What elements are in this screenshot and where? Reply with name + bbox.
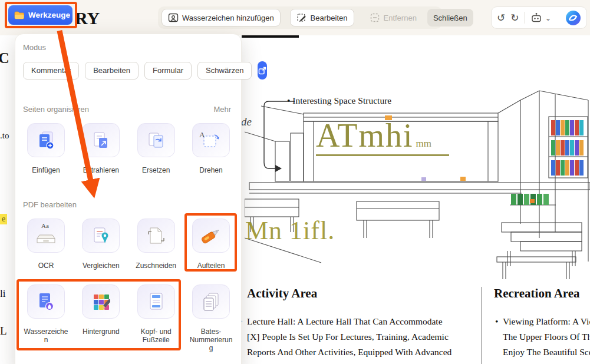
tile-aufteilen[interactable]: Aufteilen <box>184 219 238 270</box>
tile-zuschneiden[interactable]: Zuschneiden <box>129 219 183 270</box>
app-window: • Interesting Space Structure ATmhi mm M… <box>0 0 590 364</box>
remove-icon <box>370 12 380 23</box>
organize-tiles-row: Einfügen Extrahieren Ersetzen A Drehen <box>19 123 238 174</box>
activity-line: Lecture Hall: A Lecture Hall That Can Ac… <box>247 316 443 326</box>
modus-section-label: Modus <box>23 43 46 52</box>
activity-area-column: Activity Area •Lecture Hall: A Lecture H… <box>247 286 482 360</box>
more-link[interactable]: Mehr <box>213 105 231 114</box>
close-label: Schließen <box>433 14 467 22</box>
extract-page-icon <box>92 131 110 150</box>
activity-line: [X] People Is Set Up For Lectures, Train… <box>247 329 482 345</box>
mode-bearbeiten-button[interactable]: Bearbeiten <box>85 62 139 80</box>
history-tools-cluster: ↺ ↻ ⌄ <box>491 6 587 29</box>
tile-kopf-fusszeile[interactable]: Kopf- und Fußzeile <box>129 284 183 352</box>
mode-schwaerzen-button[interactable]: Schwärzen <box>197 62 252 80</box>
watermark-tool-icon <box>37 292 55 311</box>
watermark-text-large: ATmhi mm <box>316 117 449 156</box>
tile-drehen[interactable]: A Drehen <box>184 123 238 174</box>
edit-pencil-icon <box>296 12 307 23</box>
robot-assistant-icon[interactable] <box>530 12 542 24</box>
open-in-window-button[interactable] <box>258 61 267 80</box>
mode-buttons-row: Kommentar Bearbeiten Formular Schwärzen <box>23 61 236 80</box>
bullet-glyph: • <box>287 95 290 105</box>
organize-section-label: Seiten organisieren <box>23 105 89 114</box>
watermark-badge-icon <box>168 12 179 23</box>
activity-line: Reports And Other Activities, Equipped W… <box>247 345 482 360</box>
crop-icon <box>147 226 165 245</box>
handwritten-fragment: de <box>241 115 252 128</box>
bullet-glyph: • <box>495 314 498 329</box>
recreation-area-column: Recreation Area •Viewing Platform: A Vie… <box>503 286 590 360</box>
pdf-edit-tiles-row-2: Wasserzeichen Hintergrund Kopf- und Fußz… <box>19 284 238 352</box>
activity-area-heading: Activity Area <box>247 286 482 301</box>
bates-numbering-icon <box>202 292 220 311</box>
note-connector-line <box>259 93 297 181</box>
text-fragment: L <box>0 325 7 337</box>
tile-hintergrund[interactable]: Hintergrund <box>74 284 128 352</box>
tile-bates-nummerierung[interactable]: Bates-Nummerierung <box>184 284 238 352</box>
tools-dropdown-panel: Modus Kommentar Bearbeiten Formular Schw… <box>15 34 242 364</box>
tile-wasserzeichen[interactable]: Wasserzeichen <box>19 284 73 352</box>
recreation-area-heading: Recreation Area <box>494 286 590 301</box>
mode-formular-button[interactable]: Formular <box>144 62 192 80</box>
annotation-note-text: Interesting Space Structure <box>292 95 391 105</box>
split-knife-icon <box>200 226 222 246</box>
edit-watermark-label: Bearbeiten <box>311 14 348 22</box>
watermark-toolbar: Wasserzeichen hinzufügen Bearbeiten Entf… <box>158 6 442 29</box>
folder-icon <box>14 11 24 19</box>
tools-button[interactable]: Werkzeuge <box>8 5 72 25</box>
annotation-note: • Interesting Space Structure <box>287 95 391 106</box>
pdf-edit-section-label: PDF bearbeiten <box>23 200 77 209</box>
watermark-large-text: ATmhi <box>316 117 414 154</box>
insert-page-icon <box>37 131 55 150</box>
chevron-down-icon[interactable]: ⌄ <box>545 14 552 22</box>
redo-icon[interactable]: ↻ <box>510 13 519 23</box>
external-link-icon <box>258 66 267 75</box>
background-icon <box>92 293 110 311</box>
tools-button-label: Werkzeuge <box>28 11 70 19</box>
add-watermark-label: Wasserzeichen hinzufügen <box>182 14 274 22</box>
compare-icon <box>92 226 110 245</box>
watermark-small-text: mm <box>416 138 431 149</box>
ocr-icon <box>36 227 56 244</box>
tile-ersetzen[interactable]: Ersetzen <box>129 123 183 174</box>
ai-assistant-icon[interactable] <box>565 10 581 26</box>
pdf-edit-tiles-row-1: Aa OCR Vergleichen Zuschneiden Aufteilen <box>19 219 238 270</box>
edit-watermark-button[interactable]: Bearbeiten <box>290 9 354 27</box>
recreation-line: Enjoy The Beautiful Scen <box>503 345 590 360</box>
highlighted-text-fragment: e <box>0 214 7 224</box>
toolbar-divider <box>525 12 525 24</box>
tile-ocr[interactable]: Aa OCR <box>19 219 73 270</box>
recreation-line: Viewing Platform: A Vie <box>503 316 590 326</box>
recreation-line: The Upper Floors Of Th <box>503 329 590 345</box>
replace-page-icon <box>147 131 165 150</box>
watermark-text-secondary: Mn 1ifl. <box>245 216 335 246</box>
remove-watermark-label: Entfernen <box>384 14 417 22</box>
add-watermark-button[interactable]: Wasserzeichen hinzufügen <box>161 9 281 27</box>
remove-watermark-button[interactable]: Entfernen <box>364 9 423 27</box>
tile-extrahieren[interactable]: Extrahieren <box>74 123 128 174</box>
text-fragment: C <box>0 49 9 67</box>
document-title-fragment: RY <box>75 8 100 28</box>
rotate-letter: A <box>199 130 205 140</box>
text-fragment: li <box>0 288 5 300</box>
close-button[interactable]: Schließen <box>427 9 473 27</box>
column-divider <box>481 287 482 364</box>
header-footer-icon <box>147 292 165 311</box>
mode-kommentar-button[interactable]: Kommentar <box>23 62 79 80</box>
tile-vergleichen[interactable]: Vergleichen <box>74 219 128 270</box>
text-fragment: .to <box>0 131 9 141</box>
ocr-sample-text: Aa <box>41 222 49 229</box>
tile-einfuegen[interactable]: Einfügen <box>19 123 73 174</box>
undo-icon[interactable]: ↺ <box>497 13 505 23</box>
